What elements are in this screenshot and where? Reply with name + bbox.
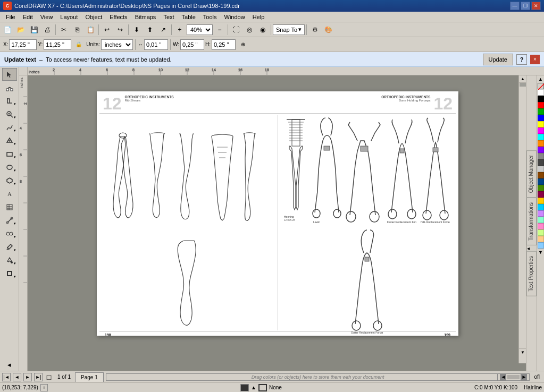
- options-btn[interactable]: ⚙: [308, 24, 321, 36]
- w-field[interactable]: [180, 39, 204, 50]
- object-manager-tab[interactable]: Object Manager: [526, 150, 537, 198]
- transformations-tab[interactable]: Transformations: [526, 198, 537, 245]
- wireframe-btn[interactable]: ◎: [243, 24, 256, 36]
- color-swatch-pale-blue[interactable]: [538, 242, 544, 249]
- v-scrollbar[interactable]: ▼ ▲: [518, 75, 526, 363]
- blend-tool-btn[interactable]: ▾: [2, 227, 17, 240]
- prev-page-btn[interactable]: ◄: [13, 373, 21, 381]
- color-swatch-mint[interactable]: [538, 217, 544, 223]
- menu-help[interactable]: Help: [249, 13, 269, 21]
- color-swatch-purple[interactable]: [538, 147, 544, 153]
- crop-tool-btn[interactable]: ▾: [2, 95, 17, 107]
- table-tool-btn[interactable]: [2, 201, 17, 214]
- snap-to-btn[interactable]: Snap To ▾: [273, 24, 305, 35]
- polygon-tool-btn[interactable]: ▾: [2, 174, 17, 187]
- new-btn[interactable]: 📄: [1, 24, 14, 36]
- scroll-left-btn[interactable]: ◄: [500, 374, 506, 380]
- selection-tool-btn[interactable]: [2, 68, 17, 81]
- view-full-btn[interactable]: ⛶: [230, 24, 242, 36]
- palette-down-btn[interactable]: ▼: [537, 249, 545, 256]
- close-btn[interactable]: ✕: [531, 2, 541, 10]
- eyedropper-tool-btn[interactable]: ▾: [2, 241, 17, 253]
- export-btn[interactable]: ⬆: [144, 24, 156, 36]
- y-field[interactable]: [44, 39, 71, 50]
- nudge-field[interactable]: [144, 39, 168, 50]
- print-btn[interactable]: 🖨: [41, 24, 54, 36]
- menu-object[interactable]: Object: [81, 13, 106, 21]
- zoom-tool-btn[interactable]: ▾: [2, 108, 17, 121]
- update-button[interactable]: Update: [483, 54, 513, 65]
- smart-fill-btn[interactable]: ▾: [2, 134, 17, 147]
- copy-btn[interactable]: ⎘: [71, 24, 83, 36]
- undo-btn[interactable]: ↩: [101, 24, 113, 36]
- transform-btn[interactable]: ⊕: [237, 39, 249, 50]
- zoom-in-btn[interactable]: +: [173, 24, 186, 36]
- color-swatch-magenta[interactable]: [538, 127, 544, 134]
- color-swatch-gold[interactable]: [538, 198, 544, 204]
- menu-table[interactable]: Table: [178, 13, 199, 21]
- color-swatch-lime[interactable]: [538, 229, 544, 236]
- node-tool-btn[interactable]: [2, 81, 17, 94]
- no-color-swatch[interactable]: [538, 83, 544, 89]
- v-scroll-up[interactable]: ▲: [519, 75, 526, 83]
- rectangle-tool-btn[interactable]: ▾: [2, 148, 17, 160]
- x-field[interactable]: [9, 39, 37, 50]
- fill-tool-btn[interactable]: ▾: [2, 254, 17, 267]
- color-swatch-yellow[interactable]: [538, 121, 544, 127]
- color-swatch-peach[interactable]: [538, 236, 544, 242]
- panel-collapse-btn[interactable]: ◂: [526, 245, 530, 251]
- menu-effects[interactable]: Effects: [106, 13, 131, 21]
- color-swatch-pink[interactable]: [538, 223, 544, 229]
- menu-text[interactable]: Text: [160, 13, 178, 21]
- color-swatch-red[interactable]: [538, 102, 544, 108]
- color-swatch-gray[interactable]: [538, 153, 544, 159]
- color-swatch-sky-blue[interactable]: [538, 204, 544, 210]
- enhanced-btn[interactable]: ◉: [256, 24, 269, 36]
- fill-indicator[interactable]: [240, 384, 249, 391]
- color-swatch-black[interactable]: [538, 96, 544, 102]
- drag-colors-bar[interactable]: Drag colors (or objects) here to store t…: [106, 373, 530, 381]
- next-page-btn[interactable]: ►: [23, 373, 32, 381]
- h-field[interactable]: [212, 39, 236, 50]
- import-btn[interactable]: ⬇: [130, 24, 143, 36]
- outline-indicator[interactable]: [258, 384, 267, 391]
- color-swatch-brown[interactable]: [538, 172, 544, 178]
- zoom-dropdown[interactable]: 40%: [187, 24, 213, 35]
- v-scroll-down[interactable]: ▼: [519, 348, 526, 356]
- restore-btn[interactable]: ❐: [521, 2, 530, 10]
- minimize-btn[interactable]: —: [510, 2, 520, 10]
- color-swatch-maroon[interactable]: [538, 191, 544, 198]
- freehand-tool-btn[interactable]: ▾: [2, 121, 17, 134]
- color-mgmt-btn[interactable]: 🎨: [322, 24, 334, 36]
- update-help-btn[interactable]: ?: [516, 54, 527, 65]
- color-swatch-lavender[interactable]: [538, 210, 544, 217]
- color-swatch-dark-blue[interactable]: [538, 178, 544, 185]
- update-close-btn[interactable]: ×: [530, 55, 540, 64]
- color-swatch-olive[interactable]: [538, 185, 544, 191]
- publish-btn[interactable]: ↗: [157, 24, 170, 36]
- scroll-right-btn[interactable]: ►: [521, 374, 527, 380]
- save-btn[interactable]: 💾: [28, 24, 40, 36]
- menu-layout[interactable]: Layout: [56, 13, 81, 21]
- coord-info-btn[interactable]: i: [40, 384, 48, 391]
- first-page-btn[interactable]: |◄: [2, 373, 11, 381]
- open-btn[interactable]: 📂: [14, 24, 27, 36]
- palette-up-btn[interactable]: ▲: [537, 75, 545, 83]
- add-page-btn[interactable]: □: [45, 373, 53, 381]
- zoom-out-btn[interactable]: −: [213, 24, 226, 36]
- color-swatch-green[interactable]: [538, 108, 544, 115]
- color-swatch-cyan[interactable]: [538, 134, 544, 140]
- menu-file[interactable]: File: [2, 13, 19, 21]
- menu-bitmaps[interactable]: Bitmaps: [131, 13, 160, 21]
- last-page-btn[interactable]: ►|: [34, 373, 43, 381]
- connector-tool-btn[interactable]: ▾: [2, 214, 17, 227]
- outline-tool-btn[interactable]: ▾: [2, 267, 17, 280]
- color-swatch-white[interactable]: [538, 89, 544, 96]
- color-swatch-blue[interactable]: [538, 115, 544, 121]
- color-swatch-dark-gray[interactable]: [538, 159, 544, 166]
- menu-view[interactable]: View: [37, 13, 57, 21]
- text-tool-btn[interactable]: A: [2, 188, 17, 200]
- menu-window[interactable]: Window: [221, 13, 249, 21]
- text-properties-tab[interactable]: Text Properties: [526, 251, 537, 296]
- canvas-area[interactable]: ▼ ▲ 12 ORTHOPEDIC INSTRUMENTS Rib Shears: [28, 75, 526, 371]
